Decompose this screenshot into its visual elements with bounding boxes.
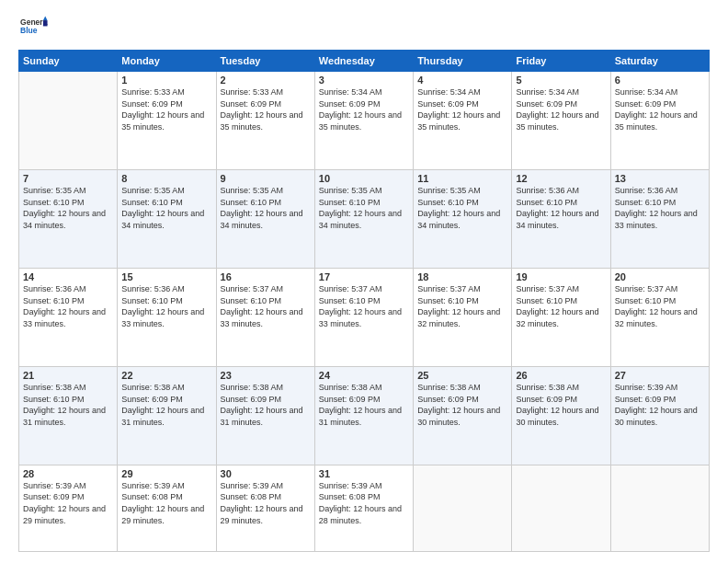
day-number: 4 bbox=[417, 75, 507, 86]
day-info: Sunrise: 5:36 AMSunset: 6:10 PMDaylight:… bbox=[23, 283, 113, 329]
calendar-cell: 8Sunrise: 5:35 AMSunset: 6:10 PMDaylight… bbox=[118, 169, 216, 268]
calendar-table: SundayMondayTuesdayWednesdayThursdayFrid… bbox=[18, 50, 710, 552]
calendar-cell: 12Sunrise: 5:36 AMSunset: 6:10 PMDayligh… bbox=[512, 169, 610, 268]
day-info: Sunrise: 5:36 AMSunset: 6:10 PMDaylight:… bbox=[615, 185, 705, 231]
calendar-cell: 9Sunrise: 5:35 AMSunset: 6:10 PMDaylight… bbox=[216, 169, 314, 268]
day-info: Sunrise: 5:35 AMSunset: 6:10 PMDaylight:… bbox=[319, 185, 409, 231]
day-info: Sunrise: 5:34 AMSunset: 6:09 PMDaylight:… bbox=[516, 86, 606, 132]
logo-icon: General Blue bbox=[18, 15, 48, 40]
calendar-cell: 17Sunrise: 5:37 AMSunset: 6:10 PMDayligh… bbox=[314, 268, 413, 366]
header: General Blue bbox=[18, 15, 710, 40]
day-info: Sunrise: 5:37 AMSunset: 6:10 PMDaylight:… bbox=[417, 283, 507, 329]
day-number: 17 bbox=[319, 271, 409, 282]
calendar-cell: 14Sunrise: 5:36 AMSunset: 6:10 PMDayligh… bbox=[19, 268, 118, 366]
day-number: 13 bbox=[615, 173, 705, 184]
day-info: Sunrise: 5:35 AMSunset: 6:10 PMDaylight:… bbox=[221, 185, 311, 231]
calendar-cell: 5Sunrise: 5:34 AMSunset: 6:09 PMDaylight… bbox=[512, 72, 610, 170]
day-info: Sunrise: 5:33 AMSunset: 6:09 PMDaylight:… bbox=[121, 86, 211, 132]
calendar-cell bbox=[512, 465, 610, 551]
calendar-cell: 7Sunrise: 5:35 AMSunset: 6:10 PMDaylight… bbox=[19, 169, 118, 268]
calendar-cell: 16Sunrise: 5:37 AMSunset: 6:10 PMDayligh… bbox=[216, 268, 314, 366]
day-number: 23 bbox=[221, 370, 311, 381]
day-number: 8 bbox=[121, 173, 211, 184]
day-info: Sunrise: 5:35 AMSunset: 6:10 PMDaylight:… bbox=[121, 185, 211, 231]
day-info: Sunrise: 5:39 AMSunset: 6:09 PMDaylight:… bbox=[615, 382, 705, 428]
column-header-wednesday: Wednesday bbox=[314, 51, 413, 72]
day-info: Sunrise: 5:36 AMSunset: 6:10 PMDaylight:… bbox=[121, 283, 211, 329]
column-header-thursday: Thursday bbox=[414, 51, 512, 72]
day-number: 2 bbox=[221, 75, 311, 86]
day-info: Sunrise: 5:38 AMSunset: 6:09 PMDaylight:… bbox=[121, 382, 211, 428]
week-row-4: 21Sunrise: 5:38 AMSunset: 6:10 PMDayligh… bbox=[19, 366, 710, 465]
calendar-cell: 29Sunrise: 5:39 AMSunset: 6:08 PMDayligh… bbox=[118, 465, 216, 551]
day-number: 3 bbox=[319, 75, 409, 86]
day-info: Sunrise: 5:38 AMSunset: 6:09 PMDaylight:… bbox=[319, 382, 409, 428]
day-number: 30 bbox=[221, 468, 311, 479]
calendar-cell: 2Sunrise: 5:33 AMSunset: 6:09 PMDaylight… bbox=[216, 72, 314, 170]
day-info: Sunrise: 5:38 AMSunset: 6:09 PMDaylight:… bbox=[417, 382, 507, 428]
day-info: Sunrise: 5:34 AMSunset: 6:09 PMDaylight:… bbox=[615, 86, 705, 132]
day-info: Sunrise: 5:34 AMSunset: 6:09 PMDaylight:… bbox=[417, 86, 507, 132]
calendar-cell: 31Sunrise: 5:39 AMSunset: 6:08 PMDayligh… bbox=[314, 465, 413, 551]
day-info: Sunrise: 5:35 AMSunset: 6:10 PMDaylight:… bbox=[23, 185, 113, 231]
calendar-cell: 15Sunrise: 5:36 AMSunset: 6:10 PMDayligh… bbox=[118, 268, 216, 366]
day-number: 6 bbox=[615, 75, 705, 86]
calendar-cell: 22Sunrise: 5:38 AMSunset: 6:09 PMDayligh… bbox=[118, 366, 216, 465]
day-number: 19 bbox=[516, 271, 606, 282]
day-number: 7 bbox=[23, 173, 113, 184]
day-number: 1 bbox=[121, 75, 211, 86]
column-header-monday: Monday bbox=[118, 51, 216, 72]
calendar-cell: 4Sunrise: 5:34 AMSunset: 6:09 PMDaylight… bbox=[414, 72, 512, 170]
calendar-cell: 21Sunrise: 5:38 AMSunset: 6:10 PMDayligh… bbox=[19, 366, 118, 465]
calendar-page: General Blue SundayMondayTuesdayWednesda… bbox=[0, 0, 728, 563]
calendar-cell bbox=[19, 72, 118, 170]
week-row-5: 28Sunrise: 5:39 AMSunset: 6:09 PMDayligh… bbox=[19, 465, 710, 551]
calendar-cell: 28Sunrise: 5:39 AMSunset: 6:09 PMDayligh… bbox=[19, 465, 118, 551]
calendar-cell: 1Sunrise: 5:33 AMSunset: 6:09 PMDaylight… bbox=[118, 72, 216, 170]
day-info: Sunrise: 5:36 AMSunset: 6:10 PMDaylight:… bbox=[516, 185, 606, 231]
day-info: Sunrise: 5:39 AMSunset: 6:08 PMDaylight:… bbox=[319, 480, 409, 526]
day-number: 21 bbox=[23, 370, 113, 381]
calendar-cell: 11Sunrise: 5:35 AMSunset: 6:10 PMDayligh… bbox=[414, 169, 512, 268]
day-number: 27 bbox=[615, 370, 705, 381]
calendar-cell: 26Sunrise: 5:38 AMSunset: 6:09 PMDayligh… bbox=[512, 366, 610, 465]
calendar-cell: 27Sunrise: 5:39 AMSunset: 6:09 PMDayligh… bbox=[610, 366, 709, 465]
logo: General Blue bbox=[18, 15, 48, 40]
day-info: Sunrise: 5:37 AMSunset: 6:10 PMDaylight:… bbox=[615, 283, 705, 329]
day-number: 12 bbox=[516, 173, 606, 184]
day-number: 29 bbox=[121, 468, 211, 479]
calendar-cell: 19Sunrise: 5:37 AMSunset: 6:10 PMDayligh… bbox=[512, 268, 610, 366]
calendar-cell: 25Sunrise: 5:38 AMSunset: 6:09 PMDayligh… bbox=[414, 366, 512, 465]
calendar-cell: 13Sunrise: 5:36 AMSunset: 6:10 PMDayligh… bbox=[610, 169, 709, 268]
svg-marker-3 bbox=[43, 20, 48, 26]
day-number: 22 bbox=[121, 370, 211, 381]
day-number: 10 bbox=[319, 173, 409, 184]
day-number: 9 bbox=[221, 173, 311, 184]
week-row-3: 14Sunrise: 5:36 AMSunset: 6:10 PMDayligh… bbox=[19, 268, 710, 366]
day-number: 18 bbox=[417, 271, 507, 282]
column-headers: SundayMondayTuesdayWednesdayThursdayFrid… bbox=[19, 51, 710, 72]
calendar-cell: 3Sunrise: 5:34 AMSunset: 6:09 PMDaylight… bbox=[314, 72, 413, 170]
calendar-cell: 18Sunrise: 5:37 AMSunset: 6:10 PMDayligh… bbox=[414, 268, 512, 366]
day-info: Sunrise: 5:39 AMSunset: 6:09 PMDaylight:… bbox=[23, 480, 113, 526]
calendar-cell: 10Sunrise: 5:35 AMSunset: 6:10 PMDayligh… bbox=[314, 169, 413, 268]
day-info: Sunrise: 5:35 AMSunset: 6:10 PMDaylight:… bbox=[417, 185, 507, 231]
day-number: 14 bbox=[23, 271, 113, 282]
day-info: Sunrise: 5:38 AMSunset: 6:09 PMDaylight:… bbox=[221, 382, 311, 428]
day-number: 25 bbox=[417, 370, 507, 381]
day-info: Sunrise: 5:37 AMSunset: 6:10 PMDaylight:… bbox=[516, 283, 606, 329]
day-info: Sunrise: 5:33 AMSunset: 6:09 PMDaylight:… bbox=[221, 86, 311, 132]
day-number: 16 bbox=[221, 271, 311, 282]
svg-text:Blue: Blue bbox=[20, 26, 38, 35]
day-info: Sunrise: 5:39 AMSunset: 6:08 PMDaylight:… bbox=[121, 480, 211, 526]
column-header-tuesday: Tuesday bbox=[216, 51, 314, 72]
week-row-1: 1Sunrise: 5:33 AMSunset: 6:09 PMDaylight… bbox=[19, 72, 710, 170]
calendar-cell: 23Sunrise: 5:38 AMSunset: 6:09 PMDayligh… bbox=[216, 366, 314, 465]
calendar-cell: 30Sunrise: 5:39 AMSunset: 6:08 PMDayligh… bbox=[216, 465, 314, 551]
calendar-cell bbox=[414, 465, 512, 551]
day-number: 26 bbox=[516, 370, 606, 381]
day-number: 28 bbox=[23, 468, 113, 479]
day-number: 31 bbox=[319, 468, 409, 479]
calendar-cell: 24Sunrise: 5:38 AMSunset: 6:09 PMDayligh… bbox=[314, 366, 413, 465]
day-info: Sunrise: 5:39 AMSunset: 6:08 PMDaylight:… bbox=[221, 480, 311, 526]
